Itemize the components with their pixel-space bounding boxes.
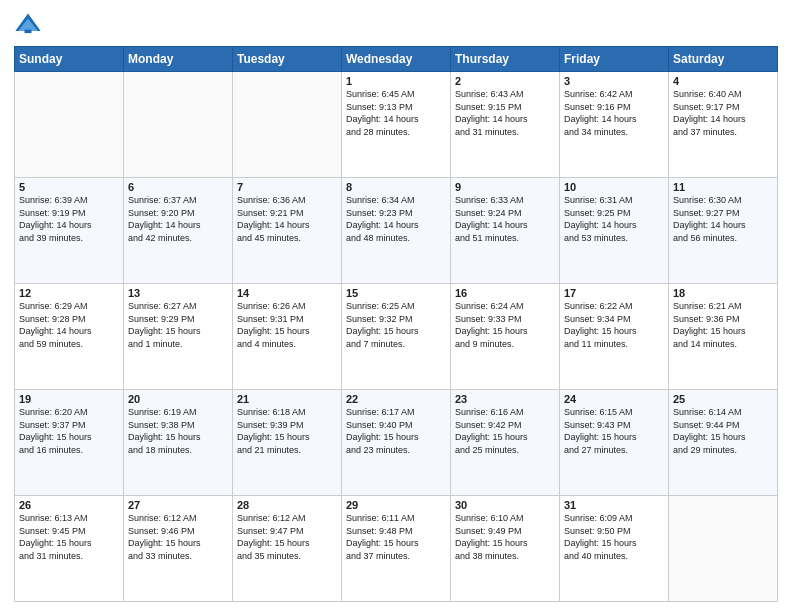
day-number: 15 [346,287,446,299]
day-info: Sunrise: 6:10 AM Sunset: 9:49 PM Dayligh… [455,512,555,562]
day-number: 13 [128,287,228,299]
calendar-cell: 4Sunrise: 6:40 AM Sunset: 9:17 PM Daylig… [669,72,778,178]
calendar-cell: 6Sunrise: 6:37 AM Sunset: 9:20 PM Daylig… [124,178,233,284]
logo-icon [14,10,42,38]
day-info: Sunrise: 6:18 AM Sunset: 9:39 PM Dayligh… [237,406,337,456]
day-info: Sunrise: 6:34 AM Sunset: 9:23 PM Dayligh… [346,194,446,244]
calendar-cell [233,72,342,178]
day-info: Sunrise: 6:27 AM Sunset: 9:29 PM Dayligh… [128,300,228,350]
header [14,10,778,38]
calendar-cell: 26Sunrise: 6:13 AM Sunset: 9:45 PM Dayli… [15,496,124,602]
calendar-cell: 31Sunrise: 6:09 AM Sunset: 9:50 PM Dayli… [560,496,669,602]
day-info: Sunrise: 6:22 AM Sunset: 9:34 PM Dayligh… [564,300,664,350]
day-info: Sunrise: 6:12 AM Sunset: 9:47 PM Dayligh… [237,512,337,562]
calendar-week-3: 12Sunrise: 6:29 AM Sunset: 9:28 PM Dayli… [15,284,778,390]
calendar-cell: 29Sunrise: 6:11 AM Sunset: 9:48 PM Dayli… [342,496,451,602]
day-info: Sunrise: 6:33 AM Sunset: 9:24 PM Dayligh… [455,194,555,244]
col-wednesday: Wednesday [342,47,451,72]
svg-rect-2 [25,30,32,33]
page: Sunday Monday Tuesday Wednesday Thursday… [0,0,792,612]
calendar-cell: 30Sunrise: 6:10 AM Sunset: 9:49 PM Dayli… [451,496,560,602]
day-number: 1 [346,75,446,87]
calendar-cell: 12Sunrise: 6:29 AM Sunset: 9:28 PM Dayli… [15,284,124,390]
day-info: Sunrise: 6:17 AM Sunset: 9:40 PM Dayligh… [346,406,446,456]
calendar-header-row: Sunday Monday Tuesday Wednesday Thursday… [15,47,778,72]
calendar-cell: 5Sunrise: 6:39 AM Sunset: 9:19 PM Daylig… [15,178,124,284]
day-number: 24 [564,393,664,405]
calendar-cell [669,496,778,602]
day-info: Sunrise: 6:29 AM Sunset: 9:28 PM Dayligh… [19,300,119,350]
calendar-cell: 15Sunrise: 6:25 AM Sunset: 9:32 PM Dayli… [342,284,451,390]
calendar-cell: 25Sunrise: 6:14 AM Sunset: 9:44 PM Dayli… [669,390,778,496]
day-info: Sunrise: 6:20 AM Sunset: 9:37 PM Dayligh… [19,406,119,456]
day-info: Sunrise: 6:39 AM Sunset: 9:19 PM Dayligh… [19,194,119,244]
calendar-cell: 14Sunrise: 6:26 AM Sunset: 9:31 PM Dayli… [233,284,342,390]
day-info: Sunrise: 6:19 AM Sunset: 9:38 PM Dayligh… [128,406,228,456]
calendar-cell: 24Sunrise: 6:15 AM Sunset: 9:43 PM Dayli… [560,390,669,496]
day-number: 28 [237,499,337,511]
day-number: 7 [237,181,337,193]
day-number: 31 [564,499,664,511]
calendar-cell: 20Sunrise: 6:19 AM Sunset: 9:38 PM Dayli… [124,390,233,496]
day-number: 3 [564,75,664,87]
calendar-cell: 23Sunrise: 6:16 AM Sunset: 9:42 PM Dayli… [451,390,560,496]
col-thursday: Thursday [451,47,560,72]
calendar-cell: 18Sunrise: 6:21 AM Sunset: 9:36 PM Dayli… [669,284,778,390]
calendar-cell [124,72,233,178]
calendar-week-4: 19Sunrise: 6:20 AM Sunset: 9:37 PM Dayli… [15,390,778,496]
col-monday: Monday [124,47,233,72]
calendar-cell: 17Sunrise: 6:22 AM Sunset: 9:34 PM Dayli… [560,284,669,390]
calendar-cell: 2Sunrise: 6:43 AM Sunset: 9:15 PM Daylig… [451,72,560,178]
day-number: 10 [564,181,664,193]
day-info: Sunrise: 6:14 AM Sunset: 9:44 PM Dayligh… [673,406,773,456]
day-number: 4 [673,75,773,87]
day-number: 30 [455,499,555,511]
calendar-cell: 1Sunrise: 6:45 AM Sunset: 9:13 PM Daylig… [342,72,451,178]
col-tuesday: Tuesday [233,47,342,72]
day-number: 20 [128,393,228,405]
day-number: 22 [346,393,446,405]
day-info: Sunrise: 6:15 AM Sunset: 9:43 PM Dayligh… [564,406,664,456]
col-friday: Friday [560,47,669,72]
day-info: Sunrise: 6:45 AM Sunset: 9:13 PM Dayligh… [346,88,446,138]
logo [14,10,46,38]
calendar-cell: 9Sunrise: 6:33 AM Sunset: 9:24 PM Daylig… [451,178,560,284]
day-info: Sunrise: 6:25 AM Sunset: 9:32 PM Dayligh… [346,300,446,350]
day-number: 8 [346,181,446,193]
day-number: 27 [128,499,228,511]
day-info: Sunrise: 6:24 AM Sunset: 9:33 PM Dayligh… [455,300,555,350]
day-number: 12 [19,287,119,299]
day-info: Sunrise: 6:09 AM Sunset: 9:50 PM Dayligh… [564,512,664,562]
day-info: Sunrise: 6:26 AM Sunset: 9:31 PM Dayligh… [237,300,337,350]
calendar-cell: 3Sunrise: 6:42 AM Sunset: 9:16 PM Daylig… [560,72,669,178]
day-info: Sunrise: 6:43 AM Sunset: 9:15 PM Dayligh… [455,88,555,138]
calendar-cell: 22Sunrise: 6:17 AM Sunset: 9:40 PM Dayli… [342,390,451,496]
day-number: 26 [19,499,119,511]
day-number: 18 [673,287,773,299]
calendar-cell: 11Sunrise: 6:30 AM Sunset: 9:27 PM Dayli… [669,178,778,284]
day-number: 5 [19,181,119,193]
calendar-cell: 28Sunrise: 6:12 AM Sunset: 9:47 PM Dayli… [233,496,342,602]
day-number: 9 [455,181,555,193]
day-info: Sunrise: 6:36 AM Sunset: 9:21 PM Dayligh… [237,194,337,244]
day-number: 11 [673,181,773,193]
calendar-cell: 16Sunrise: 6:24 AM Sunset: 9:33 PM Dayli… [451,284,560,390]
col-sunday: Sunday [15,47,124,72]
day-info: Sunrise: 6:40 AM Sunset: 9:17 PM Dayligh… [673,88,773,138]
calendar-cell: 7Sunrise: 6:36 AM Sunset: 9:21 PM Daylig… [233,178,342,284]
calendar-cell: 10Sunrise: 6:31 AM Sunset: 9:25 PM Dayli… [560,178,669,284]
calendar-cell: 27Sunrise: 6:12 AM Sunset: 9:46 PM Dayli… [124,496,233,602]
calendar-week-5: 26Sunrise: 6:13 AM Sunset: 9:45 PM Dayli… [15,496,778,602]
day-number: 25 [673,393,773,405]
day-info: Sunrise: 6:13 AM Sunset: 9:45 PM Dayligh… [19,512,119,562]
col-saturday: Saturday [669,47,778,72]
day-number: 23 [455,393,555,405]
day-info: Sunrise: 6:21 AM Sunset: 9:36 PM Dayligh… [673,300,773,350]
day-number: 16 [455,287,555,299]
calendar-cell [15,72,124,178]
day-number: 2 [455,75,555,87]
calendar-cell: 21Sunrise: 6:18 AM Sunset: 9:39 PM Dayli… [233,390,342,496]
day-number: 17 [564,287,664,299]
day-info: Sunrise: 6:16 AM Sunset: 9:42 PM Dayligh… [455,406,555,456]
day-info: Sunrise: 6:42 AM Sunset: 9:16 PM Dayligh… [564,88,664,138]
